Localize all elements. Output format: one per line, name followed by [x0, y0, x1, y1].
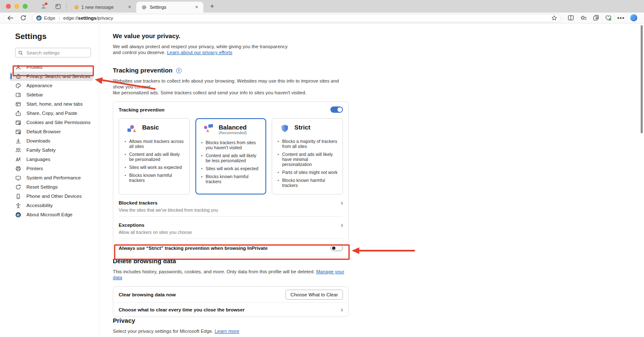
- settings-sidebar: Settings Profiles Privacy, Search, and S…: [0, 23, 99, 337]
- sidebar-item-sidebar[interactable]: Sidebar: [10, 90, 93, 99]
- blocked-trackers-row[interactable]: Blocked trackers ›: [119, 200, 343, 205]
- address-bar[interactable]: Edge | edge://settings/privacy: [32, 14, 561, 22]
- collections-icon[interactable]: [591, 14, 601, 22]
- minimize-window-button[interactable]: [14, 4, 19, 9]
- sidebar-item-downloads[interactable]: Downloads: [10, 136, 93, 145]
- delete-browsing-data-description: This includes history, passwords, cookie…: [113, 269, 349, 280]
- level-card-balanced[interactable]: Balanced (Recommended) Blocks trackers f…: [195, 118, 266, 194]
- sidebar-item-label: About Microsoft Edge: [26, 212, 73, 217]
- search-input[interactable]: [26, 50, 88, 56]
- profiles-icon: [15, 64, 21, 70]
- favorites-icon[interactable]: [578, 14, 588, 22]
- refresh-button[interactable]: [18, 14, 28, 22]
- sidebar-item-reset-settings[interactable]: Reset Settings: [10, 182, 93, 192]
- privacy-efforts-link[interactable]: Learn about our privacy efforts: [167, 50, 232, 55]
- bullet: Blocks a majority of trackers from all s…: [277, 139, 338, 149]
- tab-settings[interactable]: Settings ×: [136, 2, 203, 13]
- sidebar-item-default-browser[interactable]: Default Browser: [10, 127, 93, 136]
- sidebar-item-languages[interactable]: Languages: [10, 155, 93, 164]
- sidebar-item-label: Phone and Other Devices: [26, 194, 82, 199]
- message-tab-favicon: [74, 5, 78, 9]
- help-icon[interactable]: ?: [176, 68, 182, 73]
- sidebar-item-profiles[interactable]: Profiles: [10, 62, 93, 72]
- close-tab-icon[interactable]: ×: [193, 4, 200, 10]
- languages-icon: [15, 156, 21, 163]
- settings-search-box[interactable]: [15, 48, 91, 57]
- close-window-button[interactable]: [6, 4, 11, 9]
- sidebar-item-printers[interactable]: Printers: [10, 164, 93, 173]
- macos-window-controls[interactable]: [0, 4, 34, 9]
- clear-browsing-data-row: Clear browsing data now Choose What to C…: [113, 287, 348, 302]
- search-icon: [18, 50, 23, 55]
- sidebar-panel-icon: [15, 92, 21, 98]
- sidebar-item-appearance[interactable]: Appearance: [10, 81, 93, 90]
- copilot-icon[interactable]: [628, 14, 639, 22]
- bullet: Blocks known harmful trackers: [277, 178, 338, 188]
- edge-swirl-icon: [15, 212, 21, 218]
- back-button[interactable]: [6, 14, 15, 22]
- tracking-prevention-card: Tracking prevention: [113, 101, 349, 257]
- profile-icon[interactable]: [39, 2, 48, 10]
- zoom-window-button[interactable]: [23, 4, 28, 9]
- page-scrollbar[interactable]: [641, 25, 643, 133]
- tracking-prevention-card-title: Tracking prevention: [119, 107, 164, 112]
- browser-toolbar: Edge | edge://settings/privacy: [0, 13, 644, 23]
- tab-activity-icon[interactable]: [54, 2, 62, 10]
- settings-title: Settings: [15, 32, 99, 41]
- level-card-basic[interactable]: Basic Allows most trackers across all si…: [119, 118, 190, 194]
- sidebar-item-phone-other-devices[interactable]: Phone and Other Devices: [10, 192, 93, 201]
- recommended-badge: (Recommended): [219, 131, 247, 135]
- clear-on-close-row[interactable]: Choose what to clear every time you clos…: [113, 302, 348, 316]
- sidebar-item-share-copy-paste[interactable]: Share, Copy, and Paste: [10, 109, 93, 118]
- tab-1-new-message[interactable]: 1 new message ×: [69, 2, 136, 13]
- sidebar-item-label: Reset Settings: [26, 184, 58, 189]
- sidebar-item-privacy-search-services[interactable]: Privacy, Search, and Services: [10, 72, 93, 81]
- bullet: Content and ads will likely be personali…: [124, 152, 184, 162]
- close-tab-icon[interactable]: ×: [126, 4, 133, 10]
- default-browser-icon: [15, 129, 21, 135]
- tracking-prevention-toggle[interactable]: [330, 106, 343, 113]
- privacy-banner-title: We value your privacy.: [113, 32, 349, 39]
- strict-inprivate-toggle[interactable]: [330, 245, 343, 251]
- sidebar-item-label: Accessibility: [26, 203, 53, 208]
- delete-browsing-data-card: Clear browsing data now Choose What to C…: [113, 286, 349, 317]
- exceptions-row[interactable]: Exceptions ›: [119, 223, 343, 228]
- level-card-strict[interactable]: Strict Blocks a majority of trackers fro…: [272, 118, 343, 194]
- bullet: Blocks known harmful trackers: [124, 173, 184, 183]
- choose-what-to-clear-button[interactable]: Choose What to Clear: [286, 290, 343, 300]
- lock-icon: [15, 73, 21, 80]
- exceptions-subtitle: Allow all trackers on sites you choose: [119, 230, 343, 239]
- sidebar-item-label: Sidebar: [26, 92, 43, 97]
- url-text: edge://settings/privacy: [63, 16, 113, 21]
- split-screen-icon[interactable]: [566, 14, 576, 22]
- tab-divider: [66, 3, 67, 10]
- download-icon: [15, 138, 21, 144]
- sidebar-item-label: System and Performance: [26, 175, 81, 180]
- sidebar-item-accessibility[interactable]: Accessibility: [10, 201, 93, 210]
- sidebar-item-cookies-site-permissions[interactable]: Cookies and Site Permissions: [10, 118, 93, 127]
- phone-icon: [15, 193, 21, 200]
- privacy-description: Select your privacy settings for Microso…: [113, 328, 349, 334]
- learn-more-link[interactable]: Learn more: [215, 329, 239, 334]
- tracking-prevention-description: Websites use trackers to collect info ab…: [113, 78, 349, 96]
- sidebar-item-start-home-new-tabs[interactable]: Start, home, and new tabs: [10, 99, 93, 109]
- bullet: Parts of sites might not work: [277, 170, 338, 175]
- balanced-shapes-icon: [203, 124, 214, 134]
- privacy-banner-text: We will always protect and respect your …: [113, 44, 349, 55]
- bullet: Blocks trackers from sites you haven't v…: [201, 140, 261, 150]
- basic-shapes-icon: [127, 124, 138, 134]
- site-chip-label: Edge: [44, 16, 55, 21]
- new-tab-button[interactable]: +: [208, 2, 217, 11]
- bullet: Content and ads will likely have minimal…: [277, 152, 338, 167]
- browser-essentials-icon[interactable]: [603, 14, 613, 22]
- chevron-right-icon: ›: [341, 223, 343, 227]
- sidebar-item-family-safety[interactable]: Family Safety: [10, 145, 93, 155]
- shield-icon: [280, 124, 290, 134]
- sidebar-item-about-edge[interactable]: About Microsoft Edge: [10, 210, 93, 219]
- more-menu-icon[interactable]: •••: [616, 14, 626, 22]
- bullet: Blocks known harmful trackers: [201, 174, 261, 184]
- sidebar-item-system-performance[interactable]: System and Performance: [10, 173, 93, 182]
- cookies-icon: [15, 119, 21, 126]
- edge-logo-icon: [36, 15, 42, 21]
- add-favorite-star-icon[interactable]: [551, 15, 557, 21]
